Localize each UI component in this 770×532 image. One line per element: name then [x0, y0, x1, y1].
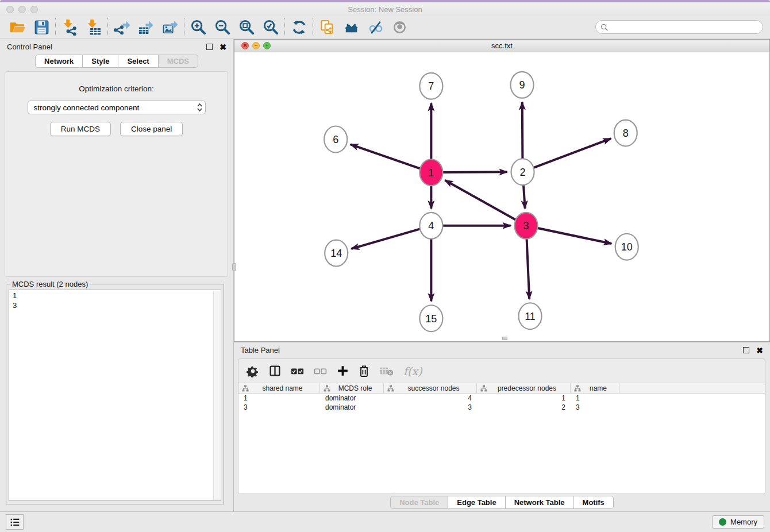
svg-text:14: 14	[330, 248, 342, 259]
table-row[interactable]: 3dominator323	[238, 403, 765, 412]
table-cell: 2	[477, 403, 571, 412]
export-image-icon[interactable]	[161, 18, 179, 36]
node-15[interactable]: 15	[419, 305, 442, 331]
tab-edge-table[interactable]: Edge Table	[448, 496, 505, 509]
table-toolbar: f(x)	[238, 359, 765, 383]
mcds-tab-content: Optimization criterion: strongly connect…	[5, 71, 228, 277]
tab-network-table[interactable]: Network Table	[506, 496, 574, 509]
copy-network-icon[interactable]	[318, 18, 336, 36]
edge-3-1[interactable]	[445, 180, 526, 226]
node-2[interactable]: 2	[511, 159, 534, 185]
show-view-icon[interactable]	[391, 18, 408, 36]
network-splitter-grip[interactable]	[502, 337, 507, 340]
table-row[interactable]: 1dominator411	[238, 394, 765, 403]
trash-icon[interactable]	[359, 363, 369, 379]
table-cell: 1	[477, 394, 571, 403]
node-3[interactable]: 3	[515, 213, 538, 239]
control-panel-tabs: NetworkStyleSelectMCDS	[0, 55, 233, 68]
node-14[interactable]: 14	[325, 240, 348, 267]
table-panel: Table Panel ✖ f(x) shared nameMCDS roles…	[234, 342, 770, 511]
zoom-out-icon[interactable]	[214, 18, 231, 36]
columns-icon[interactable]	[269, 363, 281, 379]
select-all-icon[interactable]	[291, 363, 304, 379]
status-bar: Memory	[0, 511, 770, 532]
fx-icon[interactable]: f(x)	[403, 363, 422, 379]
unselect-all-icon[interactable]	[314, 363, 327, 379]
edge-1-6[interactable]	[351, 144, 431, 172]
zoom-in-icon[interactable]	[190, 18, 207, 36]
tab-node-table[interactable]: Node Table	[390, 496, 448, 509]
tab-motifs[interactable]: Motifs	[574, 496, 614, 509]
node-10[interactable]: 10	[615, 234, 638, 260]
panel-splitter-grip[interactable]	[232, 263, 236, 271]
column-header-successor-nodes[interactable]: successor nodes	[384, 383, 477, 393]
zoom-fit-icon[interactable]	[238, 18, 255, 36]
node-4[interactable]: 4	[419, 213, 442, 239]
edge-4-14[interactable]	[351, 226, 431, 249]
table-cell: 3	[384, 403, 477, 412]
table-cell: 1	[571, 394, 619, 403]
svg-text:3: 3	[523, 220, 529, 232]
import-network-icon[interactable]	[61, 18, 78, 36]
node-9[interactable]: 9	[511, 72, 534, 98]
node-11[interactable]: 11	[519, 303, 542, 329]
svg-text:8: 8	[623, 128, 629, 139]
main-toolbar	[0, 16, 770, 38]
task-history-button[interactable]	[6, 514, 24, 530]
node-7[interactable]: 7	[419, 73, 442, 99]
mcds-result-scrollbar[interactable]	[213, 291, 220, 500]
svg-text:6: 6	[333, 134, 338, 145]
gear-icon[interactable]	[247, 363, 259, 379]
svg-text:11: 11	[525, 311, 536, 322]
open-folder-icon[interactable]	[9, 18, 26, 36]
search-input[interactable]	[611, 23, 758, 32]
run-mcds-button[interactable]: Run MCDS	[50, 122, 111, 136]
node-1[interactable]: 1	[419, 159, 442, 186]
network-window-titlebar[interactable]: ✕ − + scc.txt	[234, 40, 769, 52]
add-icon[interactable]	[337, 363, 349, 379]
column-header-predecessor-nodes[interactable]: predecessor nodes	[477, 383, 571, 393]
column-header-MCDS-role[interactable]: MCDS role	[320, 383, 384, 393]
column-header-name[interactable]: name	[571, 383, 619, 393]
node-6[interactable]: 6	[324, 126, 347, 152]
float-table-panel-icon[interactable]	[743, 347, 749, 353]
column-header-shared-name[interactable]: shared name	[238, 383, 320, 393]
table-cell: dominator	[320, 394, 384, 403]
zoom-selected-icon[interactable]	[262, 18, 279, 36]
close-panel-button[interactable]: Close panel	[120, 122, 183, 136]
import-table-icon[interactable]	[85, 18, 102, 36]
list-icon	[9, 516, 21, 529]
save-icon[interactable]	[33, 18, 50, 36]
edge-3-10[interactable]	[526, 226, 612, 244]
svg-text:4: 4	[428, 220, 434, 232]
tab-style[interactable]: Style	[83, 55, 118, 68]
tab-network[interactable]: Network	[35, 55, 83, 68]
refresh-icon[interactable]	[290, 18, 307, 36]
svg-text:15: 15	[425, 313, 437, 325]
tab-select[interactable]: Select	[118, 55, 158, 68]
hide-view-icon[interactable]	[367, 18, 384, 36]
network-graph[interactable]: 7968124314101511	[234, 53, 769, 341]
float-panel-icon[interactable]	[206, 44, 213, 50]
home-icon[interactable]	[342, 18, 360, 36]
svg-text:1: 1	[428, 167, 434, 179]
mcds-result-textarea[interactable]: 13	[9, 290, 221, 501]
close-table-panel-icon[interactable]: ✖	[756, 346, 763, 354]
dropdown-value: strongly connected component	[34, 103, 197, 112]
edge-2-8[interactable]	[523, 138, 611, 172]
close-panel-icon[interactable]: ✖	[220, 43, 226, 51]
export-table-icon[interactable]	[137, 18, 155, 36]
memory-button[interactable]: Memory	[712, 515, 764, 529]
column-type-icon	[242, 385, 249, 392]
network-canvas[interactable]: 7968124314101511	[234, 53, 769, 341]
table-tabs: Node TableEdge TableNetwork TableMotifs	[234, 496, 770, 509]
export-network-icon[interactable]	[113, 18, 130, 36]
optimization-criterion-dropdown[interactable]: strongly connected component	[28, 101, 206, 114]
delete-table-icon[interactable]	[379, 363, 394, 379]
table-cell: 4	[384, 394, 477, 403]
node-8[interactable]: 8	[614, 120, 637, 147]
app-titlebar: Session: New Session	[0, 2, 770, 16]
search-box[interactable]	[595, 20, 763, 34]
tab-mcds[interactable]: MCDS	[159, 55, 198, 68]
column-type-icon	[324, 385, 330, 392]
